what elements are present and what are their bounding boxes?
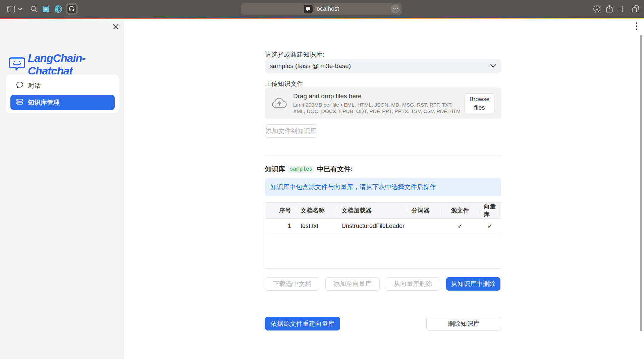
extension-github-icon[interactable] <box>66 3 78 15</box>
dropzone-limit: Limit 200MB per file • EML, HTML, JSON, … <box>293 102 465 115</box>
sidebar-item-label: 对话 <box>28 81 41 90</box>
kb-files-table: 序号 文档名称 文档加载器 分词器 源文件 向量库 1 test.txt Uns… <box>265 202 501 269</box>
cell-splitter <box>407 219 441 234</box>
logo-chat-icon <box>9 57 25 72</box>
add-files-button[interactable]: 添加文件到知识库 <box>265 124 317 138</box>
file-action-buttons: 下载选中文档 添加至向量库 从向量库删除 从知识库中删除 <box>265 277 501 291</box>
col-header-index[interactable]: 序号 <box>265 203 296 218</box>
cell-vectorstore-check: ✓ <box>479 219 501 234</box>
downloads-icon[interactable] <box>592 0 602 18</box>
kb-selectbox[interactable]: samples (faiss @ m3e-base) <box>265 59 501 73</box>
table-row[interactable]: 1 test.txt UnstructuredFileLoader ✓ ✓ <box>265 219 501 234</box>
delete-from-vectorstore-button[interactable]: 从向量库删除 <box>386 277 440 291</box>
url-more-icon[interactable] <box>391 4 400 13</box>
tab-overview-icon[interactable] <box>630 0 641 18</box>
app-logo: LangChain-Chatchat <box>9 52 124 77</box>
kb-files-heading: 知识库 samples 中已有文件: <box>265 165 353 174</box>
chevron-down-icon <box>490 62 496 70</box>
logo-text: LangChain-Chatchat <box>28 52 124 77</box>
heading-prefix: 知识库 <box>265 165 285 174</box>
cell-sourcefile-check: ✓ <box>441 219 479 234</box>
sidebar-item-chat[interactable]: 对话 <box>10 78 115 93</box>
extension-circles-icon[interactable] <box>53 0 63 18</box>
app-page: LangChain-Chatchat 对话 <box>0 19 644 362</box>
cell-docname: test.txt <box>296 219 337 234</box>
app-menu-kebab-icon[interactable] <box>633 22 640 36</box>
sidebar-toggle-icon[interactable] <box>5 0 17 18</box>
table-header-row: 序号 文档名称 文档加载器 分词器 源文件 向量库 <box>265 203 501 219</box>
info-banner: 知识库中包含源文件与向量库，请从下表中选择文件后操作 <box>265 178 501 196</box>
upload-label: 上传知识文件 <box>265 79 303 88</box>
col-header-vectorstore[interactable]: 向量库 <box>479 203 501 218</box>
browse-files-button[interactable]: Browse files <box>465 93 494 114</box>
kb-name-code: samples <box>288 166 314 173</box>
col-header-docname[interactable]: 文档名称 <box>296 203 337 218</box>
col-header-splitter[interactable]: 分词器 <box>407 203 441 218</box>
col-header-loader[interactable]: 文档加载器 <box>337 203 407 218</box>
rebuild-vectorstore-button[interactable]: 依据源文件重建向量库 <box>265 317 340 330</box>
sidebar-close-icon[interactable] <box>110 21 121 32</box>
sidebar-chevron-icon[interactable] <box>17 0 23 18</box>
database-icon <box>16 98 23 107</box>
divider <box>265 156 501 156</box>
sidebar-item-kb-management[interactable]: 知识库管理 <box>10 95 115 110</box>
site-favicon <box>304 5 313 13</box>
download-selected-button[interactable]: 下载选中文档 <box>265 277 319 291</box>
dropzone-title: Drag and drop files here <box>293 93 465 100</box>
kb-selected-value: samples (faiss @ m3e-base) <box>270 62 351 70</box>
extension-bookmark-icon[interactable] <box>41 0 51 18</box>
address-bar[interactable]: localhost <box>241 3 402 15</box>
sidebar-item-label: 知识库管理 <box>28 98 60 107</box>
kb-select-label: 请选择或新建知识库: <box>265 50 324 59</box>
browser-toolbar: localhost <box>0 0 644 18</box>
delete-kb-button[interactable]: 删除知识库 <box>426 317 501 330</box>
info-text: 知识库中包含源文件与向量库，请从下表中选择文件后操作 <box>270 183 436 191</box>
heading-suffix: 中已有文件: <box>317 165 353 174</box>
dropzone-texts: Drag and drop files here Limit 200MB per… <box>293 93 465 115</box>
delete-from-kb-button[interactable]: 从知识库中删除 <box>446 277 500 291</box>
page-scrollbar[interactable] <box>640 35 642 331</box>
search-icon[interactable] <box>29 0 38 18</box>
cell-index: 1 <box>265 219 296 234</box>
sidebar: LangChain-Chatchat 对话 <box>0 19 124 362</box>
col-header-sourcefile[interactable]: 源文件 <box>441 203 479 218</box>
new-tab-icon[interactable] <box>617 0 627 18</box>
cloud-upload-icon <box>272 97 287 110</box>
cell-loader: UnstructuredFileLoader <box>337 219 407 234</box>
divider <box>265 306 501 306</box>
sidebar-menu: 对话 知识库管理 <box>6 74 119 113</box>
share-icon[interactable] <box>604 0 614 18</box>
url-text: localhost <box>315 5 339 12</box>
chat-bubble-icon <box>16 81 23 90</box>
file-dropzone[interactable]: Drag and drop files here Limit 200MB per… <box>265 87 501 119</box>
add-to-vectorstore-button[interactable]: 添加至向量库 <box>325 277 380 291</box>
